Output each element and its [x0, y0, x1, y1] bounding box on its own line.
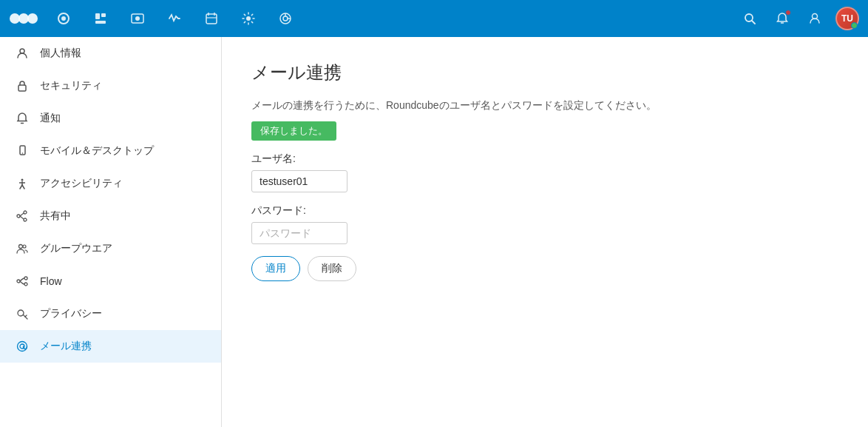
- topbar: TU: [0, 0, 868, 37]
- files-nav-icon[interactable]: [89, 7, 112, 30]
- search-button[interactable]: [738, 7, 762, 30]
- notifications-button[interactable]: [770, 7, 794, 30]
- person-icon: [15, 46, 30, 61]
- svg-point-41: [24, 277, 27, 280]
- calendar-nav-icon[interactable]: [200, 7, 223, 30]
- sidebar-label-sharing: 共有中: [40, 209, 71, 223]
- notification-badge: [785, 10, 791, 16]
- username-label: ユーザ名:: [251, 152, 838, 166]
- password-label: パスワード:: [251, 204, 838, 218]
- sidebar-label-accessibility: アクセシビリティ: [40, 177, 123, 190]
- svg-point-23: [20, 49, 24, 53]
- svg-line-31: [20, 185, 22, 189]
- action-buttons: 適用 削除: [251, 256, 838, 281]
- accessibility-icon: [15, 176, 30, 191]
- svg-line-45: [25, 315, 27, 317]
- password-input[interactable]: [251, 222, 347, 244]
- settings-nav-icon[interactable]: [237, 7, 260, 30]
- svg-point-39: [23, 245, 26, 248]
- password-group: パスワード:: [251, 204, 838, 244]
- sidebar-item-email-integration[interactable]: メール連携: [0, 330, 221, 363]
- svg-point-47: [18, 342, 27, 352]
- svg-rect-24: [18, 85, 26, 91]
- sidebar-label-email-integration: メール連携: [40, 340, 92, 353]
- sidebar-item-security[interactable]: セキュリティ: [0, 70, 221, 102]
- topbar-left: [9, 7, 297, 30]
- svg-line-20: [752, 21, 755, 24]
- description-text: メールの連携を行うために、Roundcubeのユーザ名とパスワードを設定してくだ…: [251, 99, 838, 112]
- svg-line-32: [22, 185, 24, 189]
- activity-nav-icon[interactable]: [163, 7, 186, 30]
- svg-point-33: [24, 211, 27, 214]
- svg-point-14: [246, 16, 251, 21]
- svg-point-1: [18, 13, 29, 24]
- key-icon: [15, 306, 30, 321]
- svg-rect-10: [206, 14, 217, 24]
- svg-point-34: [24, 218, 27, 221]
- logo[interactable]: [9, 10, 38, 27]
- sidebar-label-mobile-desktop: モバイル＆デスクトップ: [40, 144, 154, 158]
- username-input[interactable]: [251, 170, 347, 192]
- svg-point-35: [17, 215, 20, 218]
- saved-badge: 保存しました。: [251, 121, 336, 141]
- group-icon: [15, 241, 30, 256]
- photos-nav-icon[interactable]: [126, 7, 149, 30]
- svg-rect-7: [95, 21, 106, 24]
- sidebar-label-personal-info: 個人情報: [40, 47, 81, 60]
- avatar[interactable]: TU: [835, 7, 859, 30]
- email-nav-icon[interactable]: [274, 7, 297, 30]
- svg-point-38: [19, 245, 23, 249]
- svg-point-43: [18, 310, 24, 316]
- svg-point-2: [27, 13, 38, 24]
- svg-line-36: [20, 213, 24, 216]
- sidebar-item-personal-info[interactable]: 個人情報: [0, 37, 221, 70]
- bell-icon: [15, 111, 30, 126]
- delete-button[interactable]: 削除: [308, 256, 356, 281]
- svg-point-27: [22, 152, 24, 154]
- avatar-online-indicator: [851, 22, 858, 29]
- sidebar-item-mobile-desktop[interactable]: モバイル＆デスクトップ: [0, 135, 221, 167]
- svg-point-42: [24, 283, 27, 286]
- at-icon: [15, 339, 30, 354]
- svg-point-28: [21, 179, 24, 181]
- svg-point-16: [283, 16, 288, 21]
- sidebar-item-sharing[interactable]: 共有中: [0, 200, 221, 232]
- svg-rect-6: [101, 13, 106, 17]
- sidebar: 個人情報 セキュリティ 通知 モバイル＆デスクトップ アクセシビリティ: [0, 37, 222, 427]
- mobile-icon: [15, 144, 30, 158]
- username-group: ユーザ名:: [251, 152, 838, 192]
- sidebar-item-flow[interactable]: Flow: [0, 265, 221, 297]
- svg-rect-5: [95, 13, 100, 19]
- svg-point-40: [17, 280, 20, 283]
- sidebar-label-privacy: プライバシー: [40, 307, 102, 320]
- layout: 個人情報 セキュリティ 通知 モバイル＆デスクトップ アクセシビリティ: [0, 37, 868, 427]
- sidebar-label-notifications: 通知: [40, 112, 61, 125]
- avatar-initials: TU: [841, 13, 853, 24]
- apply-button[interactable]: 適用: [251, 256, 300, 281]
- main-content: メール連携 メールの連携を行うために、Roundcubeのユーザ名とパスワードを…: [222, 37, 868, 427]
- sidebar-item-notifications[interactable]: 通知: [0, 102, 221, 135]
- dashboard-nav-icon[interactable]: [52, 7, 75, 30]
- topbar-right: TU: [738, 7, 859, 30]
- svg-line-37: [20, 216, 24, 219]
- page-title: メール連携: [251, 61, 838, 84]
- sidebar-label-groupware: グループウエア: [40, 242, 112, 255]
- svg-point-4: [61, 16, 66, 21]
- sidebar-label-security: セキュリティ: [40, 79, 102, 93]
- topbar-nav: [52, 7, 297, 30]
- contacts-button[interactable]: [803, 7, 827, 30]
- svg-point-0: [10, 13, 20, 24]
- sidebar-item-groupware[interactable]: グループウエア: [0, 232, 221, 265]
- svg-point-9: [135, 16, 140, 21]
- lock-icon: [15, 78, 30, 93]
- sidebar-item-privacy[interactable]: プライバシー: [0, 297, 221, 330]
- sidebar-label-flow: Flow: [40, 275, 62, 287]
- share-icon: [15, 209, 30, 223]
- flow-icon: [15, 274, 30, 289]
- sidebar-item-accessibility[interactable]: アクセシビリティ: [0, 167, 221, 200]
